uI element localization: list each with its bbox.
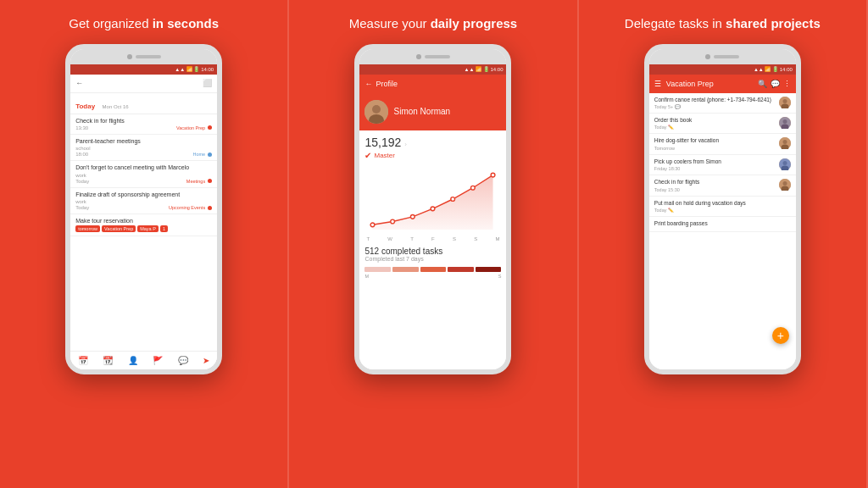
list-item[interactable]: Finalize draft of sponsorship agreement …: [70, 188, 217, 214]
assignee-avatar: [779, 97, 791, 108]
app-bar-profile: ← Profile: [359, 75, 506, 93]
phone-screen-3: ▲▲ 📶 🔋 14:00 ☰ Vacation Prep 🔍 💬 ⋮ Confi…: [649, 64, 796, 369]
status-time-2: ▲▲ 📶 🔋 14:00: [465, 66, 504, 72]
today-label: Today: [75, 103, 95, 110]
svg-point-10: [492, 173, 496, 177]
nav-comment-icon[interactable]: 💬: [178, 356, 188, 365]
app-bar-vacation: ☰ Vacation Prep 🔍 💬 ⋮: [649, 75, 796, 93]
svg-point-9: [471, 186, 476, 190]
task-dot: [208, 179, 212, 183]
svg-point-8: [451, 197, 455, 201]
back-icon-1[interactable]: ←: [75, 79, 83, 87]
heatmap-label-min: M: [364, 274, 369, 279]
nav-flag-icon[interactable]: 🚩: [153, 356, 163, 365]
profile-back-icon[interactable]: ←: [364, 80, 372, 88]
avatar: [364, 100, 388, 124]
list-item[interactable]: Don't forget to cancel meeting with Marc…: [70, 161, 217, 187]
chart-label-s2: S: [474, 236, 477, 241]
vacation-task-meta: Friday 18:30: [654, 166, 776, 171]
progress-chart: [364, 165, 501, 233]
status-time-1: ▲▲ 📶 🔋 14:00: [175, 66, 214, 72]
panel3-title: Delegate tasks in shared projects: [625, 15, 821, 32]
phone-speaker-1: [136, 55, 161, 58]
panel2-title: Measure your daily progress: [349, 15, 517, 32]
karma-level-row: ✔ Master: [364, 151, 501, 160]
nav-calendar-icon[interactable]: 📅: [78, 356, 88, 365]
phone-camera-2: [416, 54, 421, 59]
vacation-task-name: Print boarding passes: [654, 220, 791, 227]
task-tag-maya: Maya P: [137, 225, 159, 232]
vacation-title: Vacation Prep: [666, 80, 754, 88]
assignee-avatar: [779, 137, 791, 149]
today-date: Mon Oct 16: [103, 104, 129, 109]
list-item[interactable]: Make tour reservation tomorrow Vacation …: [70, 214, 217, 236]
comment-icon[interactable]: 💬: [771, 80, 780, 88]
karma-badge-icon: ✔: [364, 151, 371, 160]
nav-calendar2-icon[interactable]: 📆: [103, 356, 113, 365]
list-item[interactable]: Pick up coolers from Simon Friday 18:30: [649, 155, 796, 175]
karma-chevron-icon: ›: [404, 141, 407, 148]
more-icon[interactable]: ⋮: [783, 80, 791, 88]
phone-1: ▲▲ 📶 🔋 14:00 ← ⬜ Today Mon Oct 16 Check …: [65, 44, 222, 374]
task-tag-count: 1: [160, 225, 168, 232]
heatmap-labels: M S: [364, 274, 501, 279]
fab-plus-icon: +: [777, 329, 784, 342]
list-item[interactable]: Order this book Today ✏️: [649, 114, 796, 134]
phone-camera-1: [127, 54, 132, 59]
bottom-nav-1: 📅 📆 👤 🚩 💬 ➤: [70, 351, 217, 369]
completed-section: 512 completed tasks Completed last 7 day…: [364, 247, 501, 262]
task-dot: [208, 152, 212, 157]
hamburger-icon[interactable]: ☰: [654, 80, 661, 88]
task-tag: Upcoming Events: [169, 205, 205, 210]
vacation-item-content: Confirm canoe rental (phone: +1-734-794-…: [654, 97, 776, 109]
heatmap-cell: [420, 267, 447, 272]
task-list-1: Check in for flights 13:30 Vacation Prep…: [70, 114, 217, 351]
fab-button[interactable]: +: [772, 327, 789, 344]
phone-speaker-3: [714, 55, 739, 58]
nav-send-icon[interactable]: ➤: [203, 356, 209, 365]
heatmap-cell: [448, 267, 474, 272]
task-meta-2: Today Meetings: [75, 179, 212, 184]
vacation-item-content: Pick up coolers from Simon Friday 18:30: [654, 158, 776, 171]
svg-point-7: [431, 206, 436, 210]
status-bar-2: ▲▲ 📶 🔋 14:00: [359, 64, 506, 75]
list-item[interactable]: Print boarding passes: [649, 217, 796, 231]
task-tag: Vacation Prep: [176, 125, 205, 130]
task-name: Check in for flights: [75, 118, 212, 125]
svg-point-18: [782, 140, 787, 144]
vacation-item-content: Print boarding passes: [654, 220, 791, 227]
chart-label-w: W: [387, 236, 392, 241]
search-icon[interactable]: 🔍: [758, 80, 767, 88]
list-item[interactable]: Put mail on hold during vacation days To…: [649, 197, 796, 217]
task-meta: work: [75, 173, 212, 178]
svg-point-12: [782, 99, 787, 103]
list-item[interactable]: Parent-teacher meetings school 18:00 Hom…: [70, 135, 217, 161]
vacation-item-content: Hire dog-sitter for vacation Tomorrow: [654, 137, 776, 150]
vacation-task-meta: Today 15:30: [654, 187, 776, 192]
karma-number: 15,192: [364, 136, 401, 149]
list-item[interactable]: Confirm canoe rental (phone: +1-734-794-…: [649, 93, 796, 114]
list-item[interactable]: Hire dog-sitter for vacation Tomorrow: [649, 134, 796, 154]
task-tag-tomorrow: tomorrow: [75, 225, 100, 232]
svg-point-15: [782, 119, 787, 124]
vacation-item-content: Put mail on hold during vacation days To…: [654, 200, 791, 213]
svg-point-5: [391, 219, 395, 224]
app-bar-1: ← ⬜: [70, 75, 217, 93]
task-dot: [208, 125, 212, 130]
vacation-task-meta: Today 5+ 💬: [654, 104, 776, 109]
phone-2: ▲▲ 📶 🔋 14:00 ← Profile Simon Norman: [354, 44, 511, 374]
phone-screen-1: ▲▲ 📶 🔋 14:00 ← ⬜ Today Mon Oct 16 Check …: [70, 64, 217, 369]
chart-labels: T W T F S S M: [364, 236, 501, 241]
svg-point-1: [372, 105, 381, 114]
task-meta-2: Today Upcoming Events: [75, 205, 212, 210]
task-name: Parent-teacher meetings: [75, 138, 212, 145]
heatmap-cell: [392, 267, 419, 272]
list-item[interactable]: Check in for flights Today 15:30: [649, 175, 796, 196]
task-meta-2: 18:00 Home: [75, 152, 212, 157]
panel1-title: Get organized in seconds: [69, 15, 219, 32]
list-item[interactable]: Check in for flights 13:30 Vacation Prep: [70, 114, 217, 135]
nav-user-icon[interactable]: 👤: [128, 356, 138, 365]
vacation-item-content: Check in for flights Today 15:30: [654, 179, 776, 191]
share-icon-1[interactable]: ⬜: [203, 79, 212, 87]
task-tag: Meetings: [186, 179, 205, 184]
